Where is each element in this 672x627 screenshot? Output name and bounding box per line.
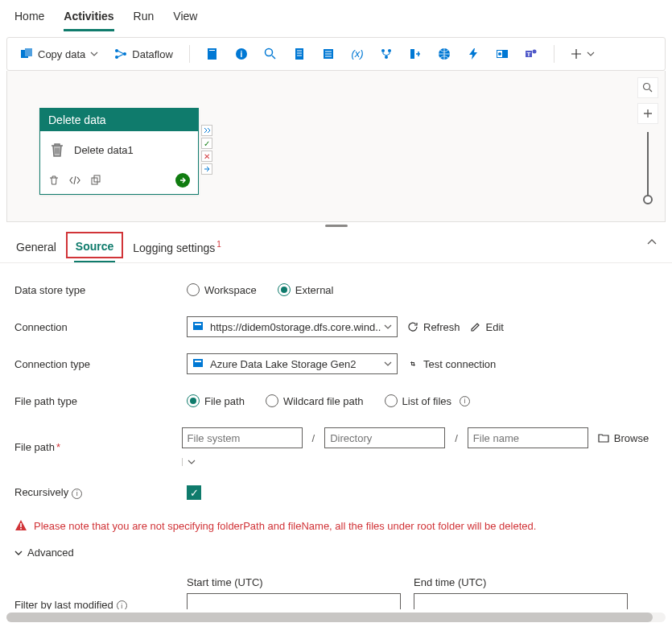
test-connection-label: Test connection xyxy=(423,358,496,370)
info-icon[interactable]: i xyxy=(117,600,127,609)
toolbar-divider-2 xyxy=(554,45,555,63)
svg-point-15 xyxy=(385,56,388,59)
dataflow-icon xyxy=(114,47,127,60)
refresh-button[interactable]: Refresh xyxy=(407,321,460,333)
port-skip[interactable] xyxy=(201,125,212,136)
info-button[interactable]: i xyxy=(230,44,253,64)
info-icon[interactable]: i xyxy=(72,489,82,499)
warning-text: Please note that you are not specifying … xyxy=(34,520,536,532)
test-connection-button[interactable]: Test connection xyxy=(407,358,496,370)
code-icon[interactable] xyxy=(69,175,80,186)
tab-activities[interactable]: Activities xyxy=(64,6,113,31)
script-button[interactable] xyxy=(288,44,311,64)
file-system-input[interactable] xyxy=(182,427,303,448)
advanced-toggle[interactable]: Advanced xyxy=(14,547,74,559)
connection-type-value: Azure Data Lake Storage Gen2 xyxy=(210,358,384,370)
svg-rect-10 xyxy=(295,48,303,60)
label-file-path: File path* xyxy=(14,441,182,453)
teams-button[interactable]: T xyxy=(520,44,542,64)
copy-icon[interactable] xyxy=(90,175,101,186)
outlook-button[interactable] xyxy=(491,44,513,64)
end-time-input[interactable] xyxy=(414,593,628,609)
svg-rect-29 xyxy=(193,359,203,367)
edit-button[interactable]: Edit xyxy=(470,321,504,333)
canvas-search-button[interactable] xyxy=(637,77,658,98)
label-data-store-type: Data store type xyxy=(14,284,187,296)
power-button[interactable] xyxy=(462,44,484,64)
list-button[interactable] xyxy=(317,44,340,64)
svg-rect-28 xyxy=(195,324,201,325)
browse-split[interactable] xyxy=(182,458,196,466)
tab-home[interactable]: Home xyxy=(14,6,44,31)
notebook-button[interactable] xyxy=(201,44,224,64)
file-name-input[interactable] xyxy=(468,427,588,448)
svg-point-14 xyxy=(388,49,391,52)
svg-text:i: i xyxy=(240,50,242,59)
radio-wildcard[interactable]: Wildcard file path xyxy=(266,394,364,407)
add-button[interactable] xyxy=(566,45,600,63)
tab-logging[interactable]: Logging settings1 xyxy=(131,235,223,262)
label-connection-type: Connection type xyxy=(14,358,187,370)
radio-workspace[interactable]: Workspace xyxy=(187,283,257,296)
directory-input[interactable] xyxy=(324,427,445,448)
activity-name: Delete data1 xyxy=(74,144,134,156)
svg-point-26 xyxy=(644,84,650,90)
tab-source[interactable]: Source xyxy=(74,235,115,262)
logging-badge: 1 xyxy=(216,240,221,249)
label-filter-by: Filter by last modifiedi xyxy=(14,599,187,610)
activity-ports: ✓ ✕ xyxy=(201,125,212,175)
dataflow-label: Dataflow xyxy=(132,48,173,60)
tab-run[interactable]: Run xyxy=(134,6,155,31)
connection-type-dropdown[interactable]: Azure Data Lake Storage Gen2 xyxy=(187,353,398,374)
browse-button[interactable]: Browse xyxy=(598,432,649,444)
schema-button[interactable] xyxy=(375,44,398,64)
svg-point-22 xyxy=(532,50,536,54)
connection-dropdown[interactable]: https://didem0storage.dfs.core.wind.. xyxy=(187,316,398,337)
collapse-panel-button[interactable] xyxy=(646,237,658,248)
port-completion[interactable] xyxy=(201,163,212,175)
radio-external[interactable]: External xyxy=(278,283,334,296)
source-form: Data store type Workspace External Conne… xyxy=(0,263,672,609)
radio-file-path-label: File path xyxy=(204,395,245,407)
dataflow-button[interactable]: Dataflow xyxy=(109,44,178,64)
canvas-zoom-in-button[interactable] xyxy=(637,103,658,124)
warning-message: Please note that you are not specifying … xyxy=(14,519,658,532)
copy-data-button[interactable]: Copy data xyxy=(15,44,103,64)
toolbar: Copy data Dataflow i (x) T xyxy=(6,37,666,71)
svg-text:T: T xyxy=(526,51,530,58)
zoom-slider-knob[interactable] xyxy=(643,195,653,204)
svg-point-9 xyxy=(265,49,272,56)
connection-value: https://didem0storage.dfs.core.wind.. xyxy=(210,321,384,333)
delete-data-activity[interactable]: Delete data Delete data1 ✓ ✕ xyxy=(39,108,199,195)
radio-external-label: External xyxy=(295,284,334,296)
recursively-checkbox[interactable]: ✓ xyxy=(187,485,201,500)
run-icon[interactable] xyxy=(175,173,190,188)
advanced-label: Advanced xyxy=(27,547,74,559)
horizontal-scrollbar[interactable] xyxy=(6,613,666,622)
port-fail[interactable]: ✕ xyxy=(201,151,212,162)
chevron-down-icon xyxy=(587,50,595,58)
zoom-slider[interactable] xyxy=(647,132,649,200)
warning-icon xyxy=(14,519,27,532)
copy-data-icon xyxy=(20,47,33,60)
info-icon[interactable]: i xyxy=(460,396,470,406)
search-button[interactable] xyxy=(259,44,282,64)
pipeline-canvas[interactable]: Delete data Delete data1 ✓ ✕ xyxy=(6,71,666,222)
delete-icon[interactable] xyxy=(48,175,60,186)
svg-rect-1 xyxy=(25,48,32,56)
radio-file-path[interactable]: File path xyxy=(187,394,245,407)
port-success[interactable]: ✓ xyxy=(201,138,212,149)
chevron-down-icon xyxy=(90,50,98,58)
svg-rect-16 xyxy=(410,49,414,59)
tab-view[interactable]: View xyxy=(173,6,197,31)
start-time-input[interactable] xyxy=(187,593,401,609)
variable-button[interactable]: (x) xyxy=(346,44,369,64)
globe-button[interactable] xyxy=(433,44,456,64)
panel-splitter[interactable] xyxy=(0,222,672,229)
activity-header: Delete data xyxy=(40,109,198,131)
tab-general[interactable]: General xyxy=(14,236,58,262)
connection-icon xyxy=(192,320,205,333)
insert-button[interactable] xyxy=(404,44,427,64)
radio-list-files[interactable]: List of filesi xyxy=(385,394,470,407)
svg-rect-6 xyxy=(209,50,215,51)
